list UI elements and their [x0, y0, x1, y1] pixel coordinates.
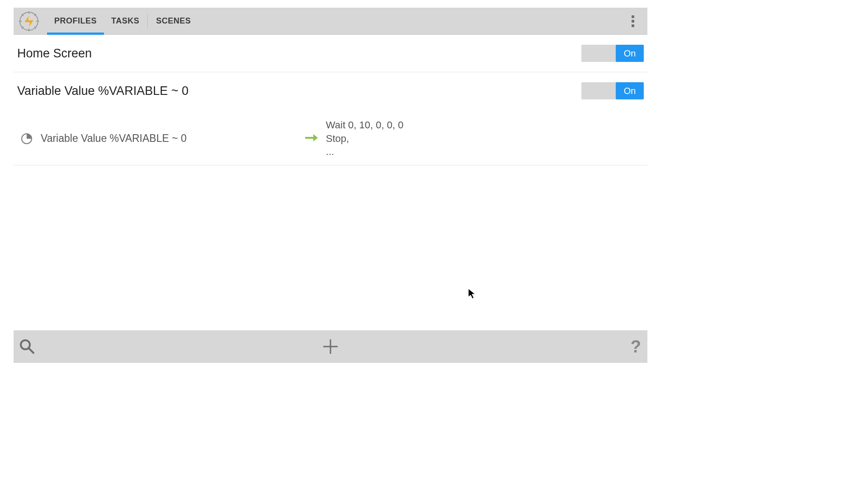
tab-tasks[interactable]: TASKS [104, 8, 146, 34]
toggle-knob: On [616, 45, 644, 62]
tab-profiles[interactable]: PROFILES [47, 8, 104, 34]
task-line: ... [326, 145, 404, 159]
task-line: Stop, [326, 132, 404, 145]
profile-title[interactable]: Home Screen [17, 47, 581, 61]
svg-marker-11 [313, 134, 318, 141]
help-icon[interactable]: ? [631, 337, 641, 357]
tab-scenes[interactable]: SCENES [149, 8, 198, 34]
tasker-logo-icon [19, 11, 39, 31]
enter-task-arrow-icon [304, 132, 318, 145]
bottombar: ? [14, 330, 647, 363]
profile-toggle[interactable]: On [581, 82, 644, 99]
variable-context-icon [21, 133, 33, 145]
tabs: PROFILES TASKS SCENES [47, 8, 198, 34]
task-summary[interactable]: Wait 0, 10, 0, 0, 0 Stop, ... [326, 118, 404, 159]
task-line: Wait 0, 10, 0, 0, 0 [326, 118, 404, 132]
search-icon[interactable] [18, 338, 36, 356]
profile-row[interactable]: Home Screen On [14, 35, 647, 72]
add-icon[interactable] [321, 337, 340, 357]
profile-expanded-row[interactable]: Variable Value %VARIABLE ~ 0 Wait 0, 10,… [14, 109, 647, 165]
profile-row[interactable]: Variable Value %VARIABLE ~ 0 On [14, 72, 647, 109]
cursor-icon [468, 288, 476, 299]
overflow-menu-icon[interactable] [624, 12, 642, 30]
context-label[interactable]: Variable Value %VARIABLE ~ 0 [41, 132, 187, 145]
svg-line-13 [29, 348, 33, 353]
toggle-knob: On [616, 82, 644, 99]
topbar: PROFILES TASKS SCENES [14, 8, 647, 35]
tab-separator [147, 14, 148, 29]
profile-toggle[interactable]: On [581, 45, 644, 62]
profile-title[interactable]: Variable Value %VARIABLE ~ 0 [17, 84, 581, 98]
tasker-window: PROFILES TASKS SCENES Home Screen On Var… [14, 8, 647, 363]
